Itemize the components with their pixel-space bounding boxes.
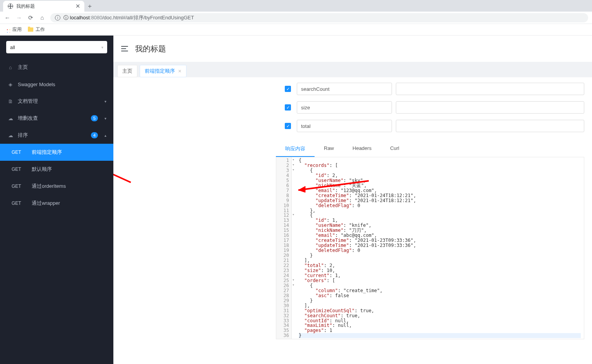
work-bookmark[interactable]: 工作 (28, 26, 45, 33)
doc-icon: 🗎 (8, 99, 13, 104)
count-badge: 5 (91, 115, 98, 121)
param-checkbox[interactable]: ✓ (285, 86, 291, 92)
subitem-label: 通过wrapper (32, 200, 60, 207)
bookmarks-bar: 应用 工作 (0, 24, 592, 36)
sidebar-item-swagger-models[interactable]: ◈ Swagger Models (0, 76, 113, 93)
collapse-sidebar-button[interactable] (121, 46, 128, 51)
reload-button[interactable]: ⟳ (27, 14, 34, 21)
site-info-icon[interactable]: i (55, 15, 60, 20)
spec-select[interactable]: all ▾ (6, 41, 107, 53)
param-row: ✓ (268, 117, 592, 135)
param-row: ✓ (268, 80, 592, 98)
main-content: 我的标题 主页 前端指定顺序 ✕ ✓✓✓ 响应内容 Raw Headers Cu… (113, 36, 592, 364)
code-gutter: 1234567891011121314151617181920212223242… (276, 157, 292, 339)
sidebar-subitem[interactable]: GET通过wrapper (0, 195, 113, 212)
param-name-input[interactable] (297, 101, 392, 114)
param-checkbox[interactable]: ✓ (285, 123, 291, 129)
back-button[interactable]: ← (4, 14, 11, 21)
resp-tab-raw[interactable]: Raw (315, 141, 343, 157)
doc-tabs: 主页 前端指定顺序 ✕ (113, 62, 592, 77)
sidebar-item-doc-manage[interactable]: 🗎 文档管理 ▾ (0, 93, 113, 110)
method-label: GET (12, 167, 23, 172)
subitem-label: 前端指定顺序 (32, 149, 62, 156)
sidebar: all ▾ ⌂ 主页 ◈ Swagger Models 🗎 文档管理 ▾ ☁ 增… (0, 36, 113, 364)
spec-select-value: all (10, 44, 15, 50)
resp-tab-headers[interactable]: Headers (343, 141, 381, 157)
params-table: ✓✓✓ (113, 77, 592, 135)
globe-icon (8, 3, 13, 9)
page-title: 我的标题 (135, 44, 166, 54)
sidebar-subitem[interactable]: GET前端指定顺序 (0, 144, 113, 161)
code-body[interactable]: { "records": [ { "id": 2, "userName": "s… (292, 157, 584, 339)
cloud-icon: ☁ (8, 133, 13, 138)
param-value-input[interactable] (396, 120, 584, 132)
method-label: GET (12, 201, 23, 206)
param-value-input[interactable] (396, 101, 584, 114)
forward-button[interactable]: → (15, 14, 22, 21)
home-icon: ⌂ (8, 65, 13, 70)
param-row: ✓ (268, 98, 592, 117)
resp-tab-content[interactable]: 响应内容 (276, 141, 315, 157)
chevron-down-icon: ▾ (104, 116, 106, 121)
new-tab-button[interactable]: ＋ (84, 1, 95, 12)
url-input[interactable]: i ⓘ localhost:8080/doc.html#/all/排序/byFr… (50, 13, 588, 22)
main-header: 我的标题 (113, 36, 592, 62)
apps-bookmark[interactable]: 应用 (5, 26, 22, 33)
apps-icon (5, 27, 10, 32)
address-toolbar: ← → ⟳ ⌂ i ⓘ localhost:8080/doc.html#/all… (0, 12, 592, 24)
chevron-up-icon: ▴ (104, 133, 106, 138)
chevron-down-icon: ▾ (101, 45, 103, 49)
response-tabs: 响应内容 Raw Headers Curl (113, 135, 592, 157)
browser-tabstrip: 我的标题 ✕ ＋ (0, 0, 592, 12)
subitem-label: 通过orderItems (32, 183, 66, 190)
folder-icon (28, 27, 33, 32)
browser-tab[interactable]: 我的标题 ✕ (3, 1, 84, 12)
cloud-icon: ☁ (8, 116, 13, 121)
response-code: 1234567891011121314151617181920212223242… (276, 157, 584, 339)
url-host: ⓘ localhost (63, 15, 90, 20)
sidebar-item-home[interactable]: ⌂ 主页 (0, 59, 113, 76)
method-label: GET (12, 150, 23, 155)
method-label: GET (12, 184, 23, 189)
url-path: /doc.html#/all/排序/byFrontEndUsingGET (102, 15, 194, 20)
param-name-input[interactable] (297, 120, 392, 132)
close-icon[interactable]: ✕ (178, 69, 181, 74)
count-badge: 4 (91, 132, 98, 138)
tab-home[interactable]: 主页 (117, 65, 137, 77)
param-value-input[interactable] (396, 83, 584, 95)
chevron-down-icon: ▾ (104, 99, 106, 104)
tab-active[interactable]: 前端指定顺序 ✕ (140, 65, 186, 77)
sidebar-subitem[interactable]: GET默认顺序 (0, 161, 113, 178)
resp-tab-curl[interactable]: Curl (381, 141, 409, 157)
home-button[interactable]: ⌂ (39, 14, 46, 21)
sidebar-subitem[interactable]: GET通过orderItems (0, 178, 113, 195)
model-icon: ◈ (8, 82, 13, 87)
close-icon[interactable]: ✕ (75, 3, 80, 10)
param-name-input[interactable] (297, 83, 392, 95)
subitem-label: 默认顺序 (32, 166, 52, 173)
param-checkbox[interactable]: ✓ (285, 104, 291, 111)
sidebar-item-crud[interactable]: ☁ 增删改查 5 ▾ (0, 110, 113, 127)
sidebar-item-sort[interactable]: ☁ 排序 4 ▴ (0, 127, 113, 144)
tab-title: 我的标题 (16, 3, 35, 10)
